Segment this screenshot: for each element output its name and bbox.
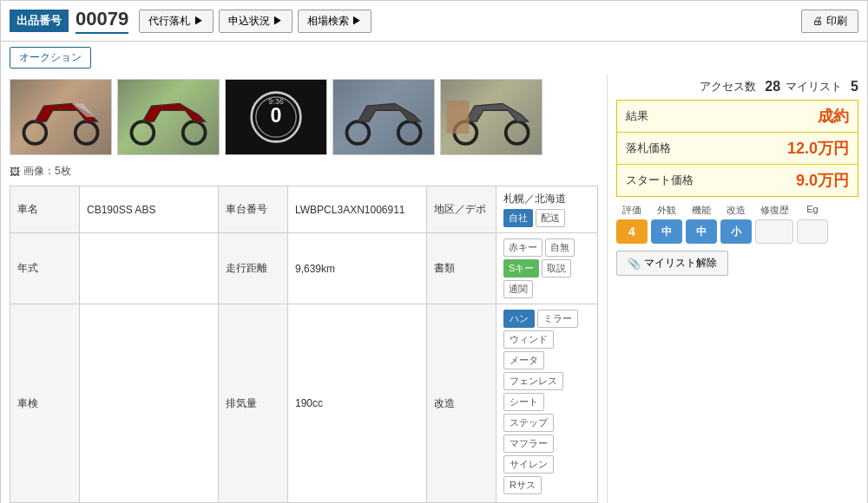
main-container: 出品番号 00079 代行落札 ▶ 申込状況 ▶ 相場検索 ▶ 🖨 印刷 オーク… [0,0,868,503]
mylist-cancel-button[interactable]: 📎 マイリスト解除 [616,251,728,276]
chassis-value: LWBPCL3AXN1006911 [288,186,427,233]
mod-meter: メータ [503,351,544,369]
mod-seat: シート [503,393,544,411]
docs-label: 書類 [427,233,496,304]
photo-2[interactable] [117,79,220,155]
ratings-section: 評価 外観 機能 改造 修復歴 Eg 4 中 中 小 [616,204,858,244]
badge-eg [797,219,828,244]
tag-haiso[interactable]: 配送 [536,209,565,227]
mileage-value: 9,639km [288,233,427,304]
svg-point-1 [76,121,98,144]
badge-mod: 小 [720,219,752,244]
result-row-winning: 落札価格 12.0万円 [617,133,858,165]
winning-value: 12.0万円 [787,138,849,159]
rating-header-mod: 改造 [720,204,752,217]
svg-text:9:36: 9:36 [268,97,284,106]
market-search-button[interactable]: 相場検索 ▶ [298,10,372,33]
doc-tag-manual: 取説 [542,259,571,278]
mod-handle: ハン [503,310,535,328]
mylist-count: 5 [851,79,858,95]
photo-1[interactable] [10,79,112,155]
tag-jisha[interactable]: 自社 [503,209,533,227]
region-value: 札幌／北海道 自社 配送 [496,186,598,233]
svg-point-9 [398,121,421,144]
ratings-headers: 評価 外観 機能 改造 修復歴 Eg [616,204,858,217]
name-value: CB190SS ABS [80,186,219,233]
winning-label: 落札価格 [626,140,671,156]
access-row: アクセス数 28 マイリスト 5 [616,79,858,95]
auction-tag-row: オークション [1,42,867,74]
rating-header-function: 機能 [686,204,717,217]
main-area: 0 9:36 [1,74,867,503]
photo-gallery: 0 9:36 [10,79,598,155]
header-bar: 出品番号 00079 代行落札 ▶ 申込状況 ▶ 相場検索 ▶ 🖨 印刷 [1,1,867,42]
result-panel: 結果 成約 落札価格 12.0万円 スタート価格 9.0万円 [616,100,858,197]
access-label: アクセス数 [700,79,756,95]
mod-rsus: Rサス [503,476,542,494]
left-area: 0 9:36 [1,74,607,503]
mod-mirror: ミラー [537,310,578,328]
displacement-value: 190cc [288,304,427,503]
year-value [80,233,219,304]
mod-tags-row1: ハン ミラー ウィンド メータ フェンレス [503,310,590,390]
doc-tags: 赤キー 自無 Sキー 取説 通関 [503,238,590,298]
svg-text:0: 0 [271,104,282,127]
inspection-value [80,304,219,503]
id-label: 出品番号 [10,10,69,32]
mod-muffler: マフラー [503,434,554,453]
docs-value: 赤キー 自無 Sキー 取説 通関 [496,233,598,304]
doc-tag-red-key: 赤キー [503,238,542,257]
image-icon: 🖼 [10,166,20,178]
agency-bid-button[interactable]: 代行落札 ▶ [139,10,213,33]
mileage-label: 走行距離 [219,233,288,304]
badge-exterior: 中 [651,219,682,244]
mod-tags-row2: シート ステップ マフラー サイレン Rサス [503,393,590,494]
inspection-label: 車検 [10,304,80,503]
region-tags: 自社 配送 [503,209,590,227]
mod-fender: フェンレス [503,372,563,390]
access-count: 28 [765,79,780,95]
printer-icon: 🖨 [812,15,823,27]
table-row: 車名 CB190SS ABS 車台番号 LWBPCL3AXN1006911 地区… [10,186,598,233]
start-label: スタート価格 [626,173,694,188]
rating-header-exterior: 外観 [651,204,682,217]
vehicle-info-table: 車名 CB190SS ABS 車台番号 LWBPCL3AXN1006911 地区… [10,186,598,503]
svg-point-0 [23,121,46,144]
result-row-status: 結果 成約 [617,101,858,133]
region-text: 札幌／北海道 [503,192,590,206]
doc-tag-customs: 通関 [503,280,533,298]
svg-rect-12 [446,101,469,134]
mod-wind: ウィンド [503,330,554,349]
mod-value: ハン ミラー ウィンド メータ フェンレス シート ステップ マフラー サイレン… [496,304,598,503]
table-row: 車検 排気量 190cc 改造 ハン ミラー ウィンド メータ フェンレス [10,304,598,503]
mylist-label: マイリスト [786,79,842,95]
print-button[interactable]: 🖨 印刷 [801,10,858,33]
result-row-start: スタート価格 9.0万円 [617,165,858,196]
image-count: 🖼 画像：5枚 [10,164,598,179]
apply-status-button[interactable]: 申込状況 ▶ [219,10,293,33]
gauge-row: 4 中 中 小 [616,219,858,244]
table-row: 年式 走行距離 9,639km 書類 赤キー 自無 Sキー 取説 通関 [10,233,598,304]
rating-header-eg: Eg [797,204,828,217]
paperclip-icon: 📎 [628,258,641,270]
badge-function: 中 [686,219,717,244]
doc-tag-nashi: 自無 [545,238,575,257]
displacement-label: 排気量 [219,304,288,503]
result-label: 結果 [626,108,648,124]
svg-point-8 [346,121,369,144]
rating-header-eval: 評価 [616,204,648,217]
region-label: 地区／デポ [427,186,496,233]
doc-tag-s-key: Sキー [503,259,539,278]
right-area: アクセス数 28 マイリスト 5 結果 成約 落札価格 12.0万円 スタート価… [607,74,867,503]
mod-silence: サイレン [503,455,554,474]
photo-3[interactable]: 0 9:36 [225,79,327,155]
svg-point-2 [131,121,154,144]
badge-eval: 4 [616,219,648,244]
mod-label: 改造 [427,304,496,503]
mylist-btn-container: 📎 マイリスト解除 [616,251,858,276]
photo-4[interactable] [332,79,435,155]
item-number: 00079 [76,8,128,34]
chassis-label: 車台番号 [219,186,288,233]
photo-5[interactable] [440,79,542,155]
start-value: 9.0万円 [796,170,849,191]
